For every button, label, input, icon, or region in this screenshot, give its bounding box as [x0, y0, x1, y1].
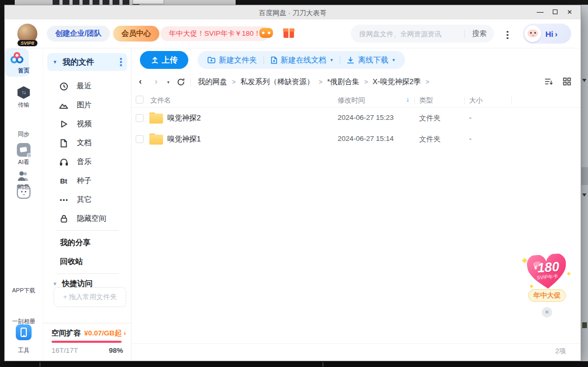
left-rail: 首页 ↑↓ 传输 同步 AI看 消息 APP下载 一刻相册 [5, 48, 43, 361]
maximize-button[interactable] [549, 7, 561, 17]
column-header-name[interactable]: 文件名 [150, 96, 171, 105]
more-menu-icon[interactable] [506, 29, 509, 40]
nav-item-others[interactable]: ⋯ 其它 [43, 191, 131, 208]
new-online-doc-button[interactable]: 新建在线文档 ▼ [270, 55, 334, 65]
svip-badge: SVIP8 [17, 40, 37, 46]
column-header-time[interactable]: 修改时间 [338, 96, 365, 105]
file-row[interactable]: 嗅觉神探1 2024-06-27 15:14 文件夹 - [131, 129, 581, 150]
baidu-pan-logo-icon [10, 52, 24, 64]
new-folder-button[interactable]: 新建文件夹 [207, 55, 257, 65]
file-name[interactable]: 嗅觉神探1 [167, 135, 201, 144]
column-header-type[interactable]: 类型 [419, 96, 433, 105]
sort-icon[interactable] [544, 77, 553, 86]
promo-amount: 180 [537, 259, 560, 275]
avatar[interactable]: SVIP8 [17, 24, 37, 44]
play-icon [59, 120, 68, 128]
offline-download-button[interactable]: 离线下载 ▼ [347, 55, 396, 65]
column-header-size[interactable]: 大小 [469, 96, 483, 105]
select-all-checkbox[interactable] [136, 96, 144, 104]
gift-icon[interactable] [283, 27, 294, 38]
headphones-icon [59, 158, 68, 166]
close-button[interactable]: ✕ [564, 7, 575, 17]
rail-label-app-download[interactable]: APP下载 [5, 287, 43, 294]
promo-pill-button[interactable]: 年中大促 [528, 289, 566, 302]
forward-button[interactable]: › [155, 76, 158, 87]
ellipsis-icon: ⋯ [59, 195, 68, 205]
svip-heart-badge[interactable]: ¥180 SVIP年卡 [525, 253, 569, 290]
background-scroll-fragment [581, 167, 588, 185]
row-checkbox[interactable] [136, 114, 144, 122]
divider [56, 230, 119, 231]
file-size: - [469, 135, 472, 142]
transfer-icon[interactable]: ↑↓ [17, 86, 31, 99]
gamepad-icon[interactable] [259, 28, 273, 38]
rail-label-tools[interactable]: 工具 [5, 346, 43, 354]
file-table-header: 文件名 修改时间 ↓ 类型 大小 [131, 93, 581, 108]
app-download-icon[interactable] [16, 324, 32, 340]
create-team-button[interactable]: 创建企业/团队 [47, 26, 110, 42]
history-dropdown-icon[interactable]: ▾ [167, 80, 169, 85]
breadcrumb-separator: > [319, 78, 322, 86]
nav-item-pictures[interactable]: 图片 [43, 97, 131, 114]
column-divider [464, 97, 465, 104]
file-row[interactable]: 嗅觉神探2 2024-06-27 15:23 文件夹 - [131, 108, 581, 129]
breadcrumb-item[interactable]: 我的网盘 [198, 77, 227, 86]
rail-item-home[interactable]: 首页 [5, 48, 29, 77]
assistant-label: Hi [545, 29, 553, 38]
sort-desc-arrow-icon[interactable]: ↓ [406, 95, 410, 103]
nav-my-share[interactable]: 我的分享 [60, 238, 90, 248]
nav-item-videos[interactable]: 视频 [43, 116, 131, 132]
row-checkbox[interactable] [136, 135, 144, 143]
promo-banner[interactable]: 年中大促！SVIP年卡￥180！ [160, 26, 269, 41]
storage-expand-label[interactable]: 空间扩容 [52, 329, 81, 337]
grid-view-icon[interactable] [563, 77, 571, 86]
messages-icon[interactable] [17, 170, 31, 182]
member-center-button[interactable]: 会员中心 [113, 26, 159, 42]
nav-item-hidden-space[interactable]: 隐藏空间 [43, 210, 131, 227]
background-glyph-fragment [582, 322, 587, 328]
back-button[interactable]: ‹ [139, 76, 142, 87]
rail-label-transfer[interactable]: 传输 [5, 101, 43, 109]
breadcrumb-item[interactable]: 私发系列（稀缺资源） [240, 77, 314, 86]
nav-item-documents[interactable]: 文档 [43, 135, 131, 151]
minimize-button[interactable]: — [534, 7, 546, 17]
new-doc-icon [270, 56, 278, 64]
footer-divider [131, 343, 581, 344]
drop-folder-zone[interactable]: + 拖入常用文件夹 [54, 287, 126, 307]
file-name[interactable]: 嗅觉神探2 [167, 114, 201, 123]
floating-promo: ¥180 SVIP年卡 年中大促 ✕ [523, 254, 571, 328]
search-button[interactable]: 搜索 [465, 29, 494, 38]
storage-progress-bar [52, 341, 123, 343]
document-icon [59, 139, 68, 148]
sync-icon[interactable] [17, 143, 31, 157]
breadcrumb-separator: > [232, 78, 236, 86]
file-time: 2024-06-27 15:14 [338, 135, 394, 142]
my-files-menu-icon[interactable] [120, 57, 122, 68]
divider [340, 56, 340, 64]
breadcrumb: 我的网盘>私发系列（稀缺资源）>*俄剧合集>X-嗅觉神探2季> [198, 77, 434, 87]
chevron-right-icon: › [555, 29, 557, 38]
search-input[interactable] [351, 30, 464, 38]
rail-label-album[interactable]: 一刻相册 [5, 318, 43, 325]
nav-item-torrents[interactable]: Bt 种子 [43, 172, 131, 189]
assistant-button[interactable]: Hi › [523, 24, 571, 44]
titlebar[interactable]: 百度网盘 · 刀刀大表哥 — ✕ [5, 5, 581, 19]
refresh-icon[interactable] [177, 78, 185, 86]
nav-recycle-bin[interactable]: 回收站 [60, 257, 83, 267]
nav-item-recent[interactable]: 最近 [43, 78, 131, 95]
background-triangle [582, 79, 586, 82]
rail-label-ai[interactable]: AI看 [5, 158, 43, 166]
search-bar[interactable]: 搜索 [351, 25, 494, 43]
storage-used: 16T/17T [52, 346, 78, 354]
nav-my-files[interactable]: ▼ 我的文件 [47, 53, 127, 71]
rail-label-sync[interactable]: 同步 [5, 130, 43, 138]
collapse-triangle-icon[interactable]: ▼ [53, 59, 57, 65]
breadcrumb-item[interactable]: X-嗅觉神探2季 [373, 77, 421, 86]
rail-label-messages[interactable]: 消息 [5, 183, 43, 191]
nav-item-music[interactable]: 音乐 [43, 154, 131, 170]
promo-close-button[interactable]: ✕ [542, 307, 552, 318]
breadcrumb-item[interactable]: *俄剧合集 [327, 77, 359, 86]
upload-button[interactable]: 上传 [140, 51, 188, 69]
item-count: 2项 [555, 346, 566, 356]
storage-price-link[interactable]: ¥0.07/GB起 › [84, 329, 126, 337]
